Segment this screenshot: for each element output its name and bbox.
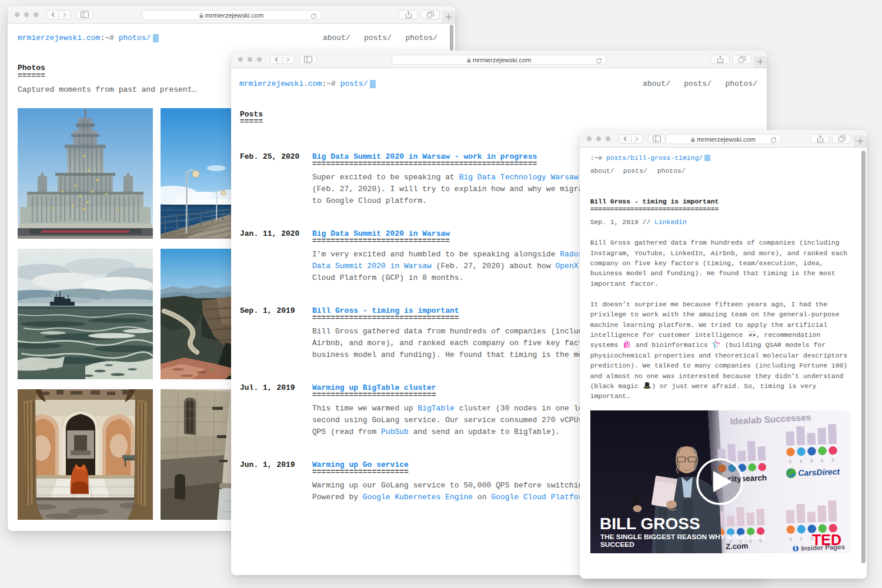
svg-text:CarsDirect: CarsDirect	[798, 467, 841, 478]
svg-text:BILL GROSS: BILL GROSS	[600, 514, 700, 533]
svg-text:5: 5	[821, 458, 823, 463]
svg-text:2: 2	[800, 536, 802, 542]
svg-text:6: 6	[800, 459, 802, 464]
svg-text:9: 9	[831, 457, 834, 463]
svg-text:0: 0	[789, 459, 791, 465]
svg-text:Z.com: Z.com	[726, 542, 749, 551]
svg-text:SUCCEED: SUCCEED	[600, 540, 634, 549]
svg-text:6: 6	[810, 458, 813, 463]
svg-text:TED: TED	[812, 532, 841, 548]
svg-text:4: 4	[789, 537, 791, 542]
